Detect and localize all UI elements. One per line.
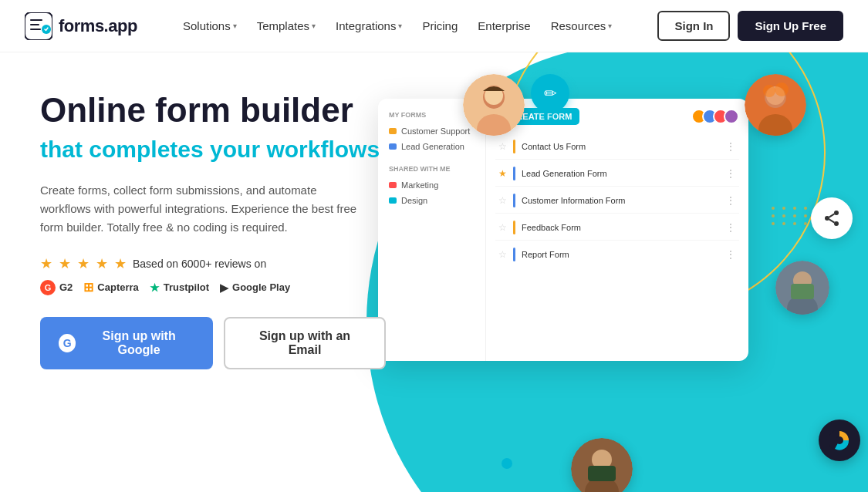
capterra-badge: ⊞ Capterra xyxy=(83,280,138,295)
form-row[interactable]: ☆ Contact Us Form ⋮ xyxy=(495,134,739,160)
chevron-down-icon: ▾ xyxy=(608,22,612,30)
form-color-bar xyxy=(513,221,515,234)
nav-item-pricing[interactable]: Pricing xyxy=(414,15,465,37)
nav-actions: Sign In Sign Up Free xyxy=(657,11,843,41)
nav-item-resources[interactable]: Resources ▾ xyxy=(543,15,620,37)
star-icon[interactable]: ☆ xyxy=(498,195,507,206)
google-icon: G xyxy=(59,334,76,352)
trustpilot-icon: ★ xyxy=(150,281,160,294)
form-color-bar xyxy=(513,248,515,261)
avatar-person-4 xyxy=(571,438,633,492)
avatar xyxy=(724,109,739,124)
hero-section: Online form builder that completes your … xyxy=(0,52,868,492)
signup-button[interactable]: Sign Up Free xyxy=(738,11,843,41)
signin-button[interactable]: Sign In xyxy=(657,11,730,41)
collaborators-avatars xyxy=(696,109,739,124)
avatar-person-3 xyxy=(775,261,829,315)
more-options-icon[interactable]: ⋮ xyxy=(725,167,736,180)
cta-buttons: G Sign up with Google Sign up with an Em… xyxy=(40,317,386,369)
nav-item-integrations[interactable]: Integrations ▾ xyxy=(328,15,410,37)
star-icon: ★ xyxy=(77,255,90,272)
star-rating: ★ ★ ★ ★ ★ Based on 6000+ reviews on xyxy=(40,255,386,272)
capterra-icon: ⊞ xyxy=(83,280,93,295)
logo[interactable]: forms.app xyxy=(25,12,137,40)
avatar-person-2 xyxy=(745,74,806,136)
nav-item-solutions[interactable]: Solutions ▾ xyxy=(175,15,245,37)
star-icon: ★ xyxy=(114,255,127,272)
svg-line-23 xyxy=(829,214,835,217)
chevron-down-icon: ▾ xyxy=(233,22,237,30)
nav-links: Solutions ▾ Templates ▾ Integrations ▾ P… xyxy=(175,15,620,37)
g2-icon: G xyxy=(40,280,56,295)
star-icon: ★ xyxy=(96,255,108,272)
dashboard-main: + CREATE FORM ☆ Contact Us Form ⋮ xyxy=(486,99,748,361)
star-icon[interactable]: ☆ xyxy=(498,249,507,260)
form-row[interactable]: ☆ Feedback Form ⋮ xyxy=(495,215,739,241)
trustpilot-badge: ★ Trustpilot xyxy=(150,281,209,294)
form-color-bar xyxy=(513,167,515,180)
g2-badge: G G2 xyxy=(40,280,73,295)
nav-item-enterprise[interactable]: Enterprise xyxy=(470,15,538,37)
forms-list: ☆ Contact Us Form ⋮ ★ Lead Generation Fo… xyxy=(495,134,739,267)
svg-rect-19 xyxy=(588,466,616,481)
form-row[interactable]: ☆ Report Form ⋮ xyxy=(495,242,739,267)
more-options-icon[interactable]: ⋮ xyxy=(725,248,736,261)
star-icon: ★ xyxy=(40,255,52,272)
logo-text: forms.app xyxy=(59,16,137,36)
reviews-text: Based on 6000+ reviews on xyxy=(133,258,266,270)
more-options-icon[interactable]: ⋮ xyxy=(725,194,736,207)
dashboard-mockup: MY FORMS Customer Support Lead Generatio… xyxy=(378,99,748,361)
star-icon[interactable]: ★ xyxy=(498,168,507,179)
signup-email-button[interactable]: Sign up with an Email xyxy=(224,317,386,369)
form-color-bar xyxy=(513,194,515,207)
hero-left: Online form builder that completes your … xyxy=(0,52,417,492)
nav-item-templates[interactable]: Templates ▾ xyxy=(249,15,323,37)
hero-description: Create forms, collect form submissions, … xyxy=(40,181,364,237)
form-color-bar xyxy=(513,140,515,153)
hero-title: Online form builder xyxy=(40,91,386,130)
star-icon[interactable]: ☆ xyxy=(498,222,507,233)
review-logos: G G2 ⊞ Capterra ★ Trustpilot ▶ Google Pl… xyxy=(40,280,386,295)
svg-point-26 xyxy=(836,436,843,444)
googleplay-badge: ▶ Google Play xyxy=(220,281,290,294)
chart-icon xyxy=(819,420,860,461)
teal-dot xyxy=(502,458,512,469)
hero-right: ✏ MY xyxy=(417,52,868,492)
more-options-icon[interactable]: ⋮ xyxy=(725,140,736,153)
form-row[interactable]: ☆ Customer Information Form ⋮ xyxy=(495,188,739,214)
share-icon xyxy=(811,197,853,239)
more-options-icon[interactable]: ⋮ xyxy=(725,221,736,234)
signup-google-button[interactable]: G Sign up with Google xyxy=(40,317,213,369)
svg-point-10 xyxy=(763,85,775,97)
pencil-icon: ✏ xyxy=(531,74,569,113)
googleplay-icon: ▶ xyxy=(220,281,228,294)
navbar: forms.app Solutions ▾ Templates ▾ Integr… xyxy=(0,0,868,52)
chevron-down-icon: ▾ xyxy=(398,22,402,30)
dashboard-header: + CREATE FORM xyxy=(495,108,739,125)
svg-rect-15 xyxy=(791,284,814,299)
form-row[interactable]: ★ Lead Generation Form ⋮ xyxy=(495,161,739,187)
star-icon[interactable]: ☆ xyxy=(498,141,507,152)
chevron-down-icon: ▾ xyxy=(312,22,316,30)
svg-point-11 xyxy=(775,83,789,96)
avatar-person-1 xyxy=(463,74,525,136)
svg-line-24 xyxy=(829,219,835,222)
star-icon: ★ xyxy=(59,255,71,272)
hero-subtitle: that completes your workflows xyxy=(40,136,386,163)
